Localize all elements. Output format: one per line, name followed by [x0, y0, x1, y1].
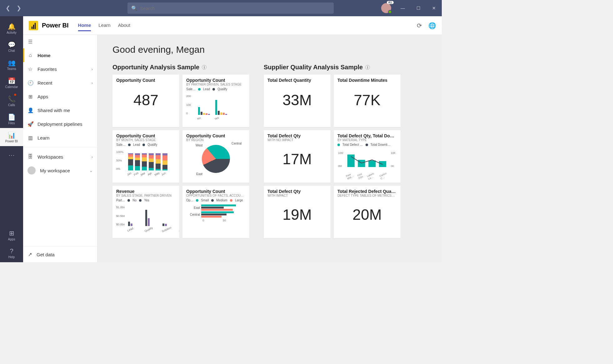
tile-rev[interactable]: RevenueBY SALES STAGE, PARTNER DRIVENPar… — [112, 186, 179, 238]
legend: Op…SmallMediumLarge — [186, 199, 246, 202]
rail-label: Activity — [7, 31, 17, 34]
tile-title: Opportunity Count — [186, 189, 246, 194]
close-button[interactable]: ✕ — [430, 6, 438, 11]
nav-label: Favorites — [37, 66, 57, 72]
tab-about[interactable]: About — [118, 20, 130, 31]
calls-icon: 📞 — [8, 95, 16, 103]
chart: 0M10M0K10KRaw Mat…Film FilmLabels La…Car… — [337, 148, 397, 176]
rail-item-calendar[interactable]: 📅Calendar — [0, 74, 23, 92]
tile-oc2[interactable]: Opportunity CountBY PARTNER DRIVEN, SALE… — [182, 75, 249, 127]
rail-item-activity[interactable]: 🔔Activity — [0, 19, 23, 37]
tile-subtitle: BY MATERIAL TYPE — [337, 138, 397, 142]
minimize-button[interactable]: — — [399, 6, 407, 11]
avatar-status-badge: R1 — [387, 1, 394, 4]
legend: Total Defect …Total Downti… — [337, 143, 397, 146]
tile-title: Total Defect Qty, Total Do… — [337, 133, 397, 138]
search-input[interactable] — [140, 6, 330, 11]
pbi-left-nav: ☰ ⌂Home☆Favorites›🕘Recent›⊞Apps👤Shared w… — [23, 35, 97, 262]
rail-item-more[interactable]: ⋯ — [0, 146, 23, 164]
chart: CentralEastWest — [186, 145, 246, 173]
rail-label: Teams — [7, 67, 16, 71]
metric-value: 19M — [267, 206, 327, 223]
section: Opportunity Analysis Sample iOpportunity… — [112, 64, 249, 238]
tile-oc5[interactable]: Opportunity CountOPPORTUNITIES OF FACTS,… — [182, 186, 249, 238]
metric-value: 487 — [116, 91, 176, 109]
tile-title: Opportunity Count — [116, 133, 176, 138]
rail-item-files[interactable]: 📄Files — [0, 110, 23, 128]
tile-tdqn[interactable]: Total Defect QtyWITH NO IMPACT17M — [264, 130, 331, 183]
svg-rect-2 — [368, 160, 376, 167]
info-icon[interactable]: i — [365, 65, 370, 70]
nav-label: Apps — [37, 94, 48, 99]
rail-item-apps[interactable]: ⊞Apps — [0, 226, 23, 244]
avatar[interactable]: R1 — [381, 3, 391, 13]
rail-item-calls[interactable]: 📞Calls — [0, 92, 23, 110]
nav-label: Workspaces — [37, 154, 63, 160]
tile-subtitle: OPPORTUNITIES OF FACTS, ACCOU… — [186, 194, 246, 197]
nav-item-learn[interactable]: ▥Learn — [23, 131, 97, 145]
rail-item-power bi[interactable]: 📊Power BI — [0, 128, 23, 146]
rail-item-help[interactable]: ?Help — [0, 244, 23, 262]
back-arrow[interactable]: ❮ — [6, 5, 10, 12]
nav-label: Home — [37, 53, 51, 58]
get-data-icon: ↗ — [28, 252, 32, 257]
nav-label: Deployment pipelines — [37, 121, 82, 127]
maximize-button[interactable]: ☐ — [414, 6, 422, 11]
tile-tdq[interactable]: Total Defect Quantity33M — [264, 75, 331, 127]
nav-item-apps[interactable]: ⊞Apps — [23, 90, 97, 103]
nav-my-workspace[interactable]: My workspace ⌄ — [23, 164, 97, 177]
teams-icon: 👥 — [8, 59, 16, 66]
activity-icon: 🔔 — [8, 23, 16, 30]
tile-trdq[interactable]: Total Rejected Defect Qua…DEFECT TYPE TA… — [334, 186, 401, 238]
chevron-right-icon: › — [92, 155, 93, 159]
tile-tdm[interactable]: Total Downtime Minutes77K — [334, 75, 401, 127]
tile-oc3[interactable]: Opportunity CountBY MONTH, SALES STAGESa… — [112, 130, 179, 183]
forward-arrow[interactable]: ❯ — [17, 5, 21, 12]
section-title: Supplier Quality Analysis Sample i — [264, 64, 401, 71]
tab-learn[interactable]: Learn — [98, 20, 110, 31]
tab-home[interactable]: Home — [78, 20, 91, 31]
workspace-avatar-icon — [27, 166, 36, 175]
tile-subtitle: BY REGION — [186, 138, 246, 142]
chevron-down-icon: ⌄ — [89, 168, 93, 173]
pbi-tabs: HomeLearnAbout — [78, 20, 130, 31]
legend: Sale…LeadQualify — [186, 87, 246, 91]
shared-with-me-icon: 👤 — [27, 107, 33, 113]
tile-tdqt[interactable]: Total Defect Qty, Total Do…BY MATERIAL T… — [334, 130, 401, 183]
globe-icon[interactable]: 🌐 — [428, 22, 436, 29]
tile-subtitle: DEFECT TYPE TABLES OF METRICS… — [337, 194, 397, 197]
rail-item-chat[interactable]: 💬Chat — [0, 37, 23, 56]
tile-oc1[interactable]: Opportunity Count487 — [112, 75, 179, 127]
nav-item-deployment-pipelines[interactable]: 🚀Deployment pipelines — [23, 117, 97, 131]
notification-dot — [14, 94, 16, 96]
svg-text:0K: 0K — [391, 165, 394, 168]
nav-item-home[interactable]: ⌂Home — [23, 48, 97, 62]
rail-label: Chat — [8, 49, 15, 52]
get-data-button[interactable]: ↗ Get data — [23, 246, 97, 262]
nav-label: My workspace — [40, 168, 70, 173]
tile-subtitle: BY MONTH, SALES STAGE — [116, 138, 176, 142]
nav-label: Learn — [37, 135, 49, 140]
metric-value: 20M — [337, 206, 397, 223]
nav-workspaces[interactable]: 🗄 Workspaces › — [23, 150, 97, 164]
tile-title: Total Defect Qty — [267, 189, 327, 194]
nav-item-recent[interactable]: 🕘Recent› — [23, 76, 97, 90]
nav-item-shared-with-me[interactable]: 👤Shared with me — [23, 103, 97, 117]
rail-label: Apps — [8, 238, 15, 241]
info-icon[interactable]: i — [202, 65, 207, 70]
nav-item-favorites[interactable]: ☆Favorites› — [23, 62, 97, 76]
search-icon: 🔍 — [131, 5, 137, 11]
search-box[interactable]: 🔍 — [127, 2, 334, 14]
help-icon: ? — [10, 248, 13, 255]
get-data-label: Get data — [37, 252, 55, 257]
tile-title: Total Defect Quantity — [267, 78, 327, 83]
tile-title: Total Downtime Minutes — [337, 78, 397, 83]
rail-item-teams[interactable]: 👥Teams — [0, 56, 23, 74]
tile-oc4[interactable]: Opportunity CountBY REGIONCentralEastWes… — [182, 130, 249, 183]
refresh-icon[interactable]: ⟳ — [417, 22, 422, 29]
greeting-text: Good evening, Megan — [112, 44, 427, 55]
hamburger-icon[interactable]: ☰ — [23, 35, 97, 48]
metric-value: 33M — [267, 91, 327, 109]
tile-tdqi[interactable]: Total Defect QtyWITH IMPACT19M — [264, 186, 331, 238]
chart: 0100200NoYes — [186, 92, 246, 121]
